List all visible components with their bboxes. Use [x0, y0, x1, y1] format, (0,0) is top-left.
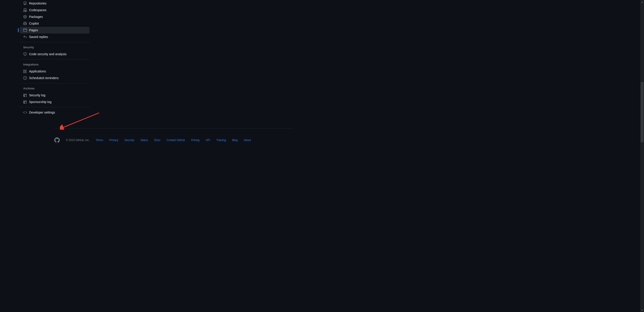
sidebar-item-label: Copilot	[29, 22, 39, 25]
sidebar-item-developer-settings[interactable]: Developer settings	[20, 109, 90, 116]
footer-link-privacy[interactable]: Privacy	[109, 139, 118, 142]
code-icon	[23, 111, 27, 114]
sidebar-item-label: Applications	[29, 69, 46, 73]
scrollbar-track[interactable]	[640, 4, 644, 308]
sidebar-item-sponsorship-log[interactable]: Sponsorship log	[20, 99, 90, 105]
section-header-integrations: Integrations	[20, 61, 90, 68]
section-header-archives: Archives	[20, 85, 90, 92]
browser-icon	[23, 28, 27, 32]
footer-link-training[interactable]: Training	[216, 139, 226, 142]
sidebar-item-label: Code security and analysis	[29, 52, 66, 56]
footer-link-contact[interactable]: Contact GitHub	[166, 139, 185, 142]
footer-link-blog[interactable]: Blog	[232, 139, 238, 142]
sidebar-item-packages[interactable]: Packages	[20, 13, 90, 20]
footer-links: Terms Privacy Security Status Docs Conta…	[96, 139, 251, 142]
clock-icon	[23, 76, 27, 80]
sidebar-section-archives: Archives Security log Sponsorship log	[20, 85, 90, 107]
scrollbar-thumb[interactable]	[641, 82, 644, 142]
footer-copyright: © 2023 GitHub, Inc.	[66, 139, 90, 142]
footer-link-pricing[interactable]: Pricing	[191, 139, 200, 142]
sidebar-item-label: Codespaces	[29, 8, 46, 12]
sidebar-item-code-security[interactable]: Code security and analysis	[20, 51, 90, 57]
log-icon	[23, 93, 27, 97]
sidebar-item-label: Saved replies	[29, 35, 48, 39]
footer-link-about[interactable]: About	[244, 139, 251, 142]
sidebar-item-label: Scheduled reminders	[29, 76, 58, 80]
footer-link-terms[interactable]: Terms	[96, 139, 103, 142]
footer-link-docs[interactable]: Docs	[154, 139, 160, 142]
github-logo-icon	[54, 137, 60, 143]
footer-link-api[interactable]: API	[206, 139, 210, 142]
footer-link-security[interactable]: Security	[124, 139, 134, 142]
sidebar-item-codespaces[interactable]: Codespaces	[20, 7, 90, 13]
sidebar-section-developer: Developer settings	[20, 109, 90, 118]
sidebar-item-scheduled-reminders[interactable]: Scheduled reminders	[20, 75, 90, 81]
log-icon	[23, 100, 27, 104]
sidebar-item-repositories[interactable]: Repositories	[20, 0, 90, 7]
apps-icon	[23, 69, 27, 73]
sidebar-section-security: Security Code security and analysis	[20, 44, 90, 59]
scrollbar-down-icon[interactable]: ▾	[640, 308, 644, 312]
footer-link-status[interactable]: Status	[140, 139, 148, 142]
footer: © 2023 GitHub, Inc. Terms Privacy Securi…	[54, 128, 293, 154]
scrollbar-up-icon[interactable]: ▴	[640, 0, 644, 4]
scrollbar[interactable]: ▴ ▾	[640, 0, 644, 312]
sidebar-item-label: Developer settings	[29, 111, 55, 114]
sidebar-section-integrations: Integrations Applications Scheduled remi…	[20, 61, 90, 83]
repo-icon	[23, 1, 27, 5]
package-icon	[23, 15, 27, 18]
sidebar-item-label: Packages	[29, 15, 43, 18]
settings-sidebar: Repositories Codespaces Packages Copilot	[20, 0, 90, 119]
codespaces-icon	[23, 8, 27, 12]
sidebar-item-label: Sponsorship log	[29, 100, 52, 104]
copilot-icon	[23, 22, 27, 25]
shield-icon	[23, 52, 27, 56]
sidebar-item-label: Pages	[29, 28, 38, 32]
sidebar-item-pages[interactable]: Pages	[20, 27, 90, 33]
sidebar-item-label: Security log	[29, 93, 46, 97]
reply-icon	[23, 35, 27, 39]
sidebar-section-code: Repositories Codespaces Packages Copilot	[20, 0, 90, 42]
sidebar-item-saved-replies[interactable]: Saved replies	[20, 33, 90, 40]
sidebar-item-security-log[interactable]: Security log	[20, 92, 90, 99]
sidebar-item-copilot[interactable]: Copilot	[20, 20, 90, 27]
sidebar-item-applications[interactable]: Applications	[20, 68, 90, 75]
section-header-security: Security	[20, 44, 90, 51]
sidebar-item-label: Repositories	[29, 1, 46, 5]
